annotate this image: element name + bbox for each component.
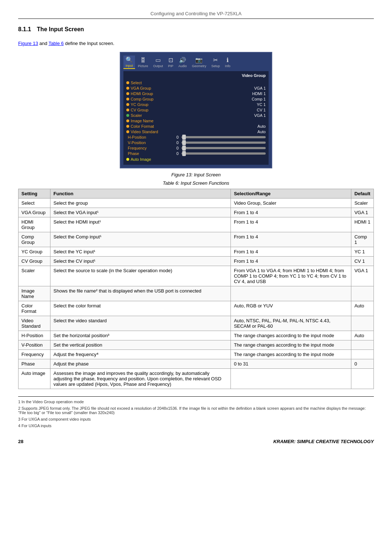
osd-tab-geometry[interactable]: 📷 Geometry: [190, 56, 209, 69]
imgname-bullet: [126, 119, 129, 122]
tab-audio-label: Audio: [179, 64, 187, 68]
comp-bullet: [126, 98, 129, 101]
hpos-slider-bar: [181, 136, 266, 138]
table-row: PhaseAdjust the phase0 to 310: [19, 359, 374, 369]
cell-setting: HDMI Group: [19, 217, 50, 232]
info-icon: ℹ: [226, 57, 229, 64]
table-row: Video StandardSelect the video standardA…: [19, 316, 374, 331]
osd-row-auto-image: Auto Image: [126, 157, 266, 162]
cell-default: [351, 316, 374, 331]
osd-row-select: Select: [126, 81, 266, 85]
autoimg-bullet: [126, 158, 129, 161]
table-caption: Table 6: Input Screen Functions: [18, 180, 374, 186]
select-bullet: [126, 81, 129, 84]
cell-range: The range changes according to the input…: [231, 331, 351, 340]
footnote-4: 4 For UXGA inputs: [18, 424, 374, 428]
cell-default: CV 1: [351, 257, 374, 266]
cell-setting: Phase: [19, 359, 50, 369]
cell-range: The range changes according to the input…: [231, 340, 351, 350]
figure13-link[interactable]: Figure 13: [18, 41, 38, 46]
input-icon: 🔍: [126, 56, 133, 63]
osd-row-yc-group: YC Group YC 1: [126, 102, 266, 107]
cell-range: Auto, RGB or YUV: [231, 301, 351, 316]
osd-row-cv-group: CV Group CV 1: [126, 108, 266, 112]
cell-function: Adjust the frequency⁴: [50, 350, 231, 359]
cell-default: YC 1: [351, 247, 374, 257]
hpos-slider-thumb: [182, 135, 186, 140]
cell-range: 0 to 31: [231, 359, 351, 369]
col-default: Default: [351, 189, 374, 199]
cell-default: Scaler: [351, 199, 374, 208]
osd-tab-pip[interactable]: ⊡ PIP: [166, 56, 176, 69]
table-row: Color FormatSelect the color formatAuto,…: [19, 301, 374, 316]
table-row: Comp GroupSelect the Comp input¹From 1 t…: [19, 232, 374, 247]
intro-paragraph: Figure 13 and Table 6 define the Input s…: [18, 41, 374, 46]
col-range: Selection/Range: [231, 189, 351, 199]
osd-tab-input[interactable]: 🔍 Input: [123, 56, 135, 69]
phase-slider-bar: [181, 152, 266, 155]
cell-range: From 1 to 4: [231, 232, 351, 247]
cell-setting: V-Position: [19, 340, 50, 350]
osd-row-color-format: Color Format Auto: [126, 124, 266, 128]
intro-and: and: [40, 41, 49, 46]
footnote-3: 3 For UXGA and component video inputs: [18, 417, 374, 421]
pip-icon: ⊡: [168, 57, 173, 64]
osd-row-video-standard: Video Standard Auto: [126, 130, 266, 134]
cell-setting: Image Name: [19, 286, 50, 301]
yc-bullet: [126, 103, 129, 106]
cell-default: Comp 1: [351, 232, 374, 247]
cell-range: From 1 to 4: [231, 208, 351, 217]
cell-default: 0: [351, 359, 374, 369]
osd-tab-info[interactable]: ℹ Info: [223, 56, 233, 69]
osd-tab-picture[interactable]: 🎛 Picture: [136, 56, 150, 69]
osd-header-right: Video Group: [242, 73, 266, 78]
osd-row-vga-group: VGA Group VGA 1: [126, 86, 266, 90]
cell-setting: Video Standard: [19, 316, 50, 331]
picture-icon: 🎛: [140, 57, 146, 64]
tab-setup-label: Setup: [211, 64, 220, 68]
cell-setting: CV Group: [19, 257, 50, 266]
cell-setting: Color Format: [19, 301, 50, 316]
cell-function: Select the video standard: [50, 316, 231, 331]
osd-row-hdmi-group: HDMI Group HDMI 1: [126, 91, 266, 96]
cell-function: Shows the file name² that is displayed w…: [50, 286, 231, 301]
table-row: SelectSelect the groupVideo Group, Scale…: [19, 199, 374, 208]
cell-setting: VGA Group: [19, 208, 50, 217]
cell-setting: Select: [19, 199, 50, 208]
cell-default: [351, 350, 374, 359]
freq-slider-bar: [181, 147, 266, 149]
cell-range: Auto, NTSC, PAL, PAL-M, PAL-N, NTSC 4.43…: [231, 316, 351, 331]
cell-default: VGA 1: [351, 208, 374, 217]
osd-tab-output[interactable]: ▭ Output: [151, 56, 165, 69]
cell-range: From 1 to 4: [231, 257, 351, 266]
vpos-slider-bar: [181, 142, 266, 144]
cell-function: Select the color format: [50, 301, 231, 316]
table6-link[interactable]: Table 6: [49, 41, 64, 46]
cell-function: Set the horizontal position³: [50, 331, 231, 340]
osd-content: Video Group Select VGA Group VGA 1: [123, 71, 269, 165]
audio-icon: 🔊: [179, 57, 186, 64]
cell-default: Auto: [351, 301, 374, 316]
section-number: 8.1.1: [18, 26, 31, 33]
cell-range: From VGA 1 to VGA 4; from HDMI 1 to HDMI…: [231, 266, 351, 286]
cell-default: [351, 286, 374, 301]
table-row: V-PositionSet the vertical positionThe r…: [19, 340, 374, 350]
cell-function: Select the HDMI input¹: [50, 217, 231, 232]
osd-panel: 🔍 Input 🎛 Picture ▭ Output ⊡ PIP 🔊 Audio…: [120, 52, 272, 168]
cell-function: Select the CV input¹: [50, 257, 231, 266]
cell-setting: Scaler: [19, 266, 50, 286]
cell-function: Assesses the image and improves the qual…: [50, 369, 231, 389]
colorformat-bullet: [126, 125, 129, 128]
osd-row-comp-group: Comp Group Comp 1: [126, 97, 266, 101]
cell-range: The range changes according to the input…: [231, 350, 351, 359]
geometry-icon: 📷: [195, 57, 203, 64]
setup-icon: ✂: [213, 57, 218, 64]
osd-row-scaler: Scaler VGA 1: [126, 113, 266, 118]
tab-output-label: Output: [153, 64, 163, 68]
cell-function: Set the vertical position: [50, 340, 231, 350]
tab-pip-label: PIP: [168, 64, 173, 68]
table-row: ScalerSelect the source to scale (in the…: [19, 266, 374, 286]
osd-tab-setup[interactable]: ✂ Setup: [209, 56, 222, 69]
footnotes: 1 In the Video Group operation mode 2 Su…: [18, 396, 374, 428]
osd-tab-audio[interactable]: 🔊 Audio: [176, 56, 189, 69]
